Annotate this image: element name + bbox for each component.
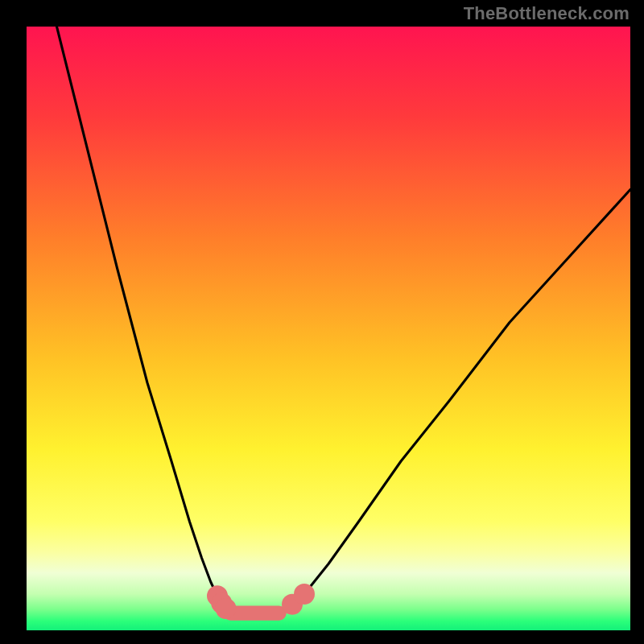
curve-marker bbox=[216, 598, 237, 619]
curve-marker bbox=[294, 584, 315, 605]
bottleneck-curve bbox=[27, 27, 630, 630]
chart-frame: TheBottleneck.com bbox=[0, 0, 644, 644]
plot-area bbox=[27, 27, 630, 630]
curve-path bbox=[57, 27, 631, 616]
watermark-label: TheBottleneck.com bbox=[464, 3, 630, 24]
